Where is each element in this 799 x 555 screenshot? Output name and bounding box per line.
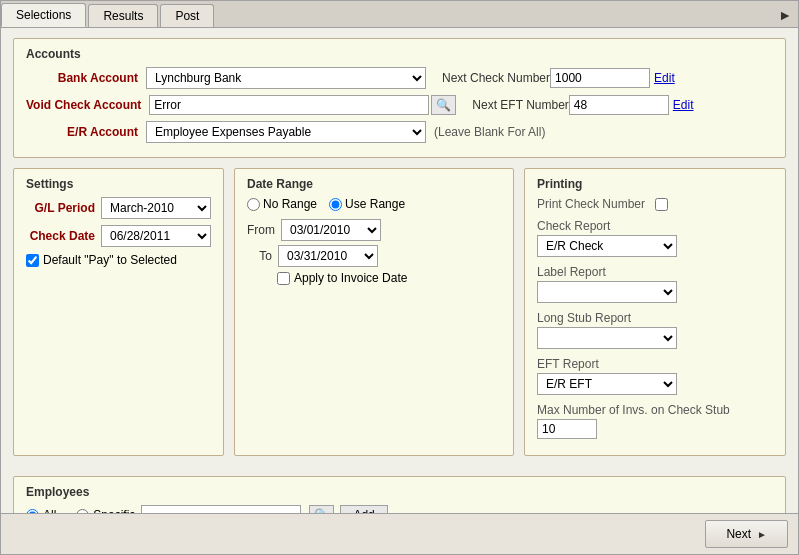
date-range-section: Date Range No Range Use Range From 03/01… [234, 168, 514, 456]
next-button[interactable]: Next ► [705, 520, 788, 548]
default-pay-label: Default "Pay" to Selected [43, 253, 177, 267]
next-arrow-icon: ► [757, 529, 767, 540]
to-label: To [247, 249, 272, 263]
apply-invoice-label: Apply to Invoice Date [294, 271, 407, 285]
er-account-label: E/R Account [26, 125, 146, 139]
gl-period-label: G/L Period [26, 201, 101, 215]
void-check-label: Void Check Account [26, 98, 149, 112]
long-stub-label: Long Stub Report [537, 311, 773, 325]
from-date-row: From 03/01/2010 [247, 219, 501, 241]
tab-arrow-icon[interactable]: ► [772, 3, 798, 27]
tab-post[interactable]: Post [160, 4, 214, 27]
check-date-select[interactable]: 06/28/2011 [101, 225, 211, 247]
tab-results[interactable]: Results [88, 4, 158, 27]
label-report-label: Label Report [537, 265, 773, 279]
check-date-row: Check Date 06/28/2011 [26, 225, 211, 247]
bank-account-row: Bank Account Lynchburg Bank Next Check N… [26, 67, 773, 89]
date-range-title: Date Range [247, 177, 501, 191]
edit-eft-link[interactable]: Edit [673, 98, 694, 112]
next-label: Next [726, 527, 751, 541]
to-date-row: To 03/31/2010 [247, 245, 501, 267]
from-date-select[interactable]: 03/01/2010 [281, 219, 381, 241]
void-search-button[interactable]: 🔍 [431, 95, 456, 115]
print-check-number-row: Print Check Number [537, 197, 773, 211]
employees-section: Employees All Specific 🔍 Add [13, 476, 786, 513]
use-range-radio[interactable] [329, 198, 342, 211]
use-range-label[interactable]: Use Range [329, 197, 405, 211]
void-input-group: 🔍 [149, 95, 456, 115]
check-date-label: Check Date [26, 229, 101, 243]
check-report-group: Check Report E/R Check [537, 219, 773, 257]
apply-invoice-checkbox[interactable] [277, 272, 290, 285]
accounts-title: Accounts [26, 47, 773, 61]
specific-search-input[interactable] [141, 505, 301, 513]
next-eft-label: Next EFT Number [472, 98, 568, 112]
next-eft-input[interactable] [569, 95, 669, 115]
gl-period-row: G/L Period March-2010 [26, 197, 211, 219]
er-account-row: E/R Account Employee Expenses Payable (L… [26, 121, 773, 143]
content-area: Accounts Bank Account Lynchburg Bank Nex… [1, 28, 798, 513]
eft-report-group: EFT Report E/R EFT [537, 357, 773, 395]
bottom-bar: Next ► [1, 513, 798, 554]
check-report-select[interactable]: E/R Check [537, 235, 677, 257]
check-report-label: Check Report [537, 219, 773, 233]
default-pay-checkbox[interactable] [26, 254, 39, 267]
specific-group: Specific 🔍 Add [76, 505, 387, 513]
max-invs-label: Max Number of Invs. on Check Stub [537, 403, 773, 417]
settings-title: Settings [26, 177, 211, 191]
tab-selections[interactable]: Selections [1, 3, 86, 27]
employees-title: Employees [26, 485, 773, 499]
print-check-number-label: Print Check Number [537, 197, 645, 211]
eft-report-select[interactable]: E/R EFT [537, 373, 677, 395]
gl-period-select[interactable]: March-2010 [101, 197, 211, 219]
no-range-label[interactable]: No Range [247, 197, 317, 211]
tab-bar: Selections Results Post ► [1, 1, 798, 28]
settings-section: Settings G/L Period March-2010 Check Dat… [13, 168, 224, 456]
void-check-input[interactable] [149, 95, 429, 115]
er-account-select[interactable]: Employee Expenses Payable [146, 121, 426, 143]
main-container: Selections Results Post ► Accounts Bank … [0, 0, 799, 555]
add-employee-button[interactable]: Add [340, 505, 387, 513]
max-invs-group: Max Number of Invs. on Check Stub [537, 403, 773, 439]
bank-account-label: Bank Account [26, 71, 146, 85]
label-report-group: Label Report [537, 265, 773, 303]
edit-check-link[interactable]: Edit [654, 71, 675, 85]
specific-search-button[interactable]: 🔍 [309, 505, 334, 513]
label-report-select[interactable] [537, 281, 677, 303]
blank-hint: (Leave Blank For All) [434, 125, 545, 139]
eft-report-label: EFT Report [537, 357, 773, 371]
printing-section: Printing Print Check Number Check Report… [524, 168, 786, 456]
employees-top-row: All Specific 🔍 Add [26, 505, 773, 513]
print-check-number-checkbox[interactable] [655, 198, 668, 211]
next-check-input[interactable] [550, 68, 650, 88]
bank-account-select[interactable]: Lynchburg Bank [146, 67, 426, 89]
accounts-section: Accounts Bank Account Lynchburg Bank Nex… [13, 38, 786, 158]
long-stub-group: Long Stub Report [537, 311, 773, 349]
default-pay-row: Default "Pay" to Selected [26, 253, 211, 267]
range-radio-row: No Range Use Range [247, 197, 501, 211]
to-date-select[interactable]: 03/31/2010 [278, 245, 378, 267]
long-stub-select[interactable] [537, 327, 677, 349]
max-invs-input[interactable] [537, 419, 597, 439]
no-range-radio[interactable] [247, 198, 260, 211]
void-check-row: Void Check Account 🔍 Next EFT Number Edi… [26, 95, 773, 115]
next-check-label: Next Check Number [442, 71, 550, 85]
middle-section: Settings G/L Period March-2010 Check Dat… [13, 168, 786, 466]
from-label: From [247, 223, 275, 237]
printing-title: Printing [537, 177, 773, 191]
apply-invoice-row: Apply to Invoice Date [277, 271, 501, 285]
